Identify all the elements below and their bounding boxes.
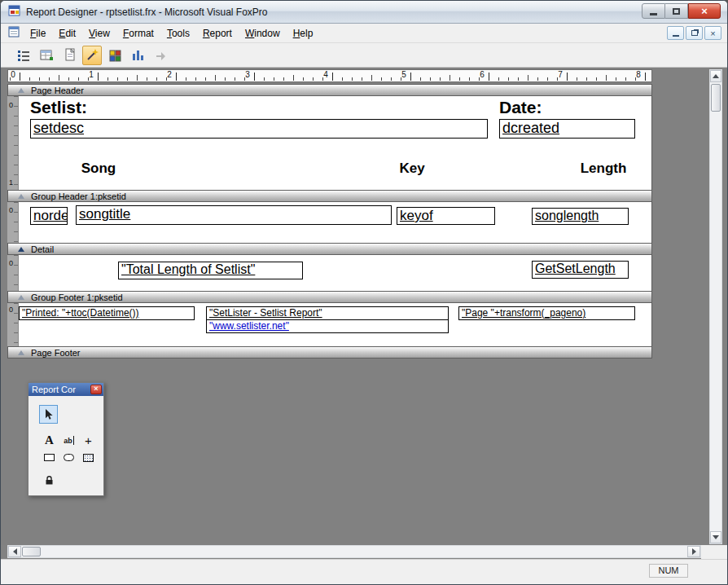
app-icon <box>8 4 21 20</box>
horizontal-scrollbar[interactable] <box>7 545 701 558</box>
group-header-band: norder songtitle keyof songlength <box>19 202 652 243</box>
detail-band-bar[interactable]: Detail <box>7 243 652 255</box>
arrow-down-icon <box>713 535 719 539</box>
scroll-left-button[interactable] <box>8 546 21 557</box>
minimize-icon <box>650 13 657 15</box>
menu-tools[interactable]: Tools <box>160 24 196 42</box>
mdi-minimize-icon <box>673 35 679 37</box>
website-field[interactable]: "www.setlister.net" <box>206 319 449 333</box>
label-icon: A <box>45 433 54 447</box>
palette-title: Report Cor <box>32 385 90 394</box>
dcreated-field[interactable]: dcreated <box>499 119 635 139</box>
page-setup-icon <box>63 48 77 62</box>
page-footer-band-bar[interactable]: Page Footer <box>7 346 652 358</box>
band-label: Page Footer <box>31 348 81 358</box>
detail-band: "Total Length of Setlist" GetSetLength <box>19 255 652 291</box>
horizontal-ruler: 0 1 2 3 4 5 6 7 8 <box>7 69 652 82</box>
mdi-close-button[interactable]: × <box>704 26 721 40</box>
menubar: File Edit View Format Tools Report Windo… <box>1 24 727 43</box>
lock-button[interactable] <box>40 471 59 490</box>
menu-window[interactable]: Window <box>239 24 287 42</box>
keyof-field[interactable]: keyof <box>397 207 495 225</box>
layout-toolbar-button[interactable] <box>128 46 147 65</box>
band-collapse-icon <box>18 350 24 355</box>
vertical-scroll-thumb[interactable] <box>711 84 721 112</box>
run-report-button[interactable] <box>151 46 170 65</box>
picture-button[interactable] <box>79 448 98 467</box>
page-header-band: Setlist: setdesc Date: dcreated Song Key… <box>19 96 652 190</box>
setdesc-field[interactable]: setdesc <box>30 119 488 139</box>
song-column-label[interactable]: Song <box>62 161 135 177</box>
setlist-label[interactable]: Setlist: <box>30 98 87 117</box>
close-icon: × <box>94 385 98 393</box>
printed-expression-field[interactable]: "Printed: "+ttoc(Datetime()) <box>19 306 195 320</box>
maximize-button[interactable] <box>665 3 688 19</box>
status-bar: NUM <box>1 559 727 585</box>
horizontal-scrollbar-row <box>1 545 727 559</box>
scroll-up-button[interactable] <box>710 70 721 82</box>
data-environment-button[interactable] <box>37 46 56 65</box>
menu-file[interactable]: File <box>24 24 52 42</box>
date-label[interactable]: Date: <box>499 98 542 117</box>
vruler-number: 1 <box>9 178 13 187</box>
rounded-rectangle-icon <box>64 454 74 461</box>
songlength-field[interactable]: songlength <box>532 208 629 225</box>
menu-format[interactable]: Format <box>116 24 160 42</box>
vertical-ruler-page-header: 0 1 <box>7 96 19 190</box>
color-palette-toolbar-button[interactable] <box>105 46 125 65</box>
cursor-bar-icon <box>73 436 74 445</box>
rectangle-button[interactable] <box>40 448 59 467</box>
minimize-button[interactable] <box>642 3 665 19</box>
report-title-field[interactable]: "SetLister - Setlist Report" <box>206 306 449 320</box>
norder-field[interactable]: norder <box>30 207 68 225</box>
mdi-restore-button[interactable] <box>686 26 703 40</box>
rounded-rectangle-button[interactable] <box>59 448 78 467</box>
document-icon[interactable] <box>7 25 20 42</box>
total-length-label[interactable]: "Total Length of Setlist" <box>118 262 303 279</box>
line-icon: + <box>85 433 92 447</box>
menu-edit[interactable]: Edit <box>52 24 82 42</box>
report-controls-palette: Report Cor × A ab + <box>28 382 104 496</box>
ruler-number: 0 <box>11 70 15 79</box>
page-number-field[interactable]: "Page "+transform(_pageno) <box>458 306 635 320</box>
arrow-up-icon <box>713 74 719 78</box>
rectangle-icon <box>44 454 55 461</box>
close-button[interactable]: × <box>688 3 721 19</box>
vruler-number: 0 <box>9 206 13 214</box>
group-header-band-bar[interactable]: Group Header 1:pksetid <box>7 190 652 202</box>
ruler-number: 3 <box>245 70 250 79</box>
menu-help[interactable]: Help <box>287 24 320 42</box>
report-controls-toolbar-button[interactable] <box>82 46 102 65</box>
menu-report[interactable]: Report <box>196 24 239 42</box>
line-button[interactable]: + <box>79 431 98 450</box>
songtitle-field[interactable]: songtitle <box>76 205 392 225</box>
group-footer-band-bar[interactable]: Group Footer 1:pksetid <box>7 291 652 303</box>
vertical-scrollbar[interactable] <box>709 69 722 544</box>
page-header-band-bar[interactable]: Page Header <box>7 84 652 96</box>
horizontal-scroll-thumb[interactable] <box>22 547 41 556</box>
palette-titlebar[interactable]: Report Cor × <box>29 383 103 396</box>
band-label: Group Header 1:pksetid <box>31 191 126 201</box>
getsetlength-field[interactable]: GetSetLength <box>532 261 629 279</box>
ruler-number: 1 <box>89 70 94 79</box>
field-button[interactable]: ab <box>59 431 78 450</box>
label-button[interactable]: A <box>40 431 59 450</box>
mdi-minimize-button[interactable] <box>667 26 684 40</box>
scroll-right-button[interactable] <box>687 546 700 557</box>
data-grouping-button[interactable] <box>14 46 33 65</box>
scroll-down-button[interactable] <box>710 531 721 543</box>
ruler-number: 6 <box>480 70 485 79</box>
ruler-major-ticks <box>8 73 651 81</box>
ruler-number: 8 <box>636 70 641 79</box>
palette-close-button[interactable]: × <box>90 385 102 394</box>
menu-view[interactable]: View <box>82 24 116 42</box>
num-lock-indicator: NUM <box>649 564 688 578</box>
key-column-label[interactable]: Key <box>379 161 445 177</box>
titlebar[interactable]: Report Designer - rptsetlist.frx - Micro… <box>1 1 727 24</box>
length-column-label[interactable]: Length <box>569 161 638 177</box>
ruler-number: 2 <box>167 70 172 79</box>
select-objects-button[interactable] <box>39 405 58 424</box>
report-designer-window: Report Designer - rptsetlist.frx - Micro… <box>0 0 728 585</box>
band-label: Group Footer 1:pksetid <box>31 292 123 302</box>
page-setup-button[interactable] <box>59 46 79 65</box>
